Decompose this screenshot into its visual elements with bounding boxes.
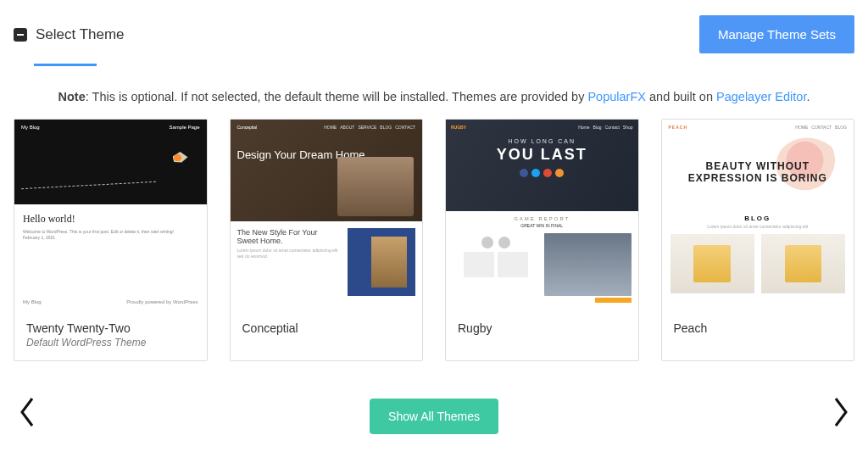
active-tab-underline <box>34 64 97 66</box>
preview-lorem: Lorem ipsum dolor sit amet consectetur a… <box>237 248 342 259</box>
theme-card-rugby[interactable]: RUGBY HomeBlogContactShop HOW LONG CAN Y… <box>445 119 639 361</box>
theme-title: Conceptial <box>242 321 411 335</box>
theme-thumbnail: PEACH HOMECONTACTBLOG BEAUTY WITHOUT EXP… <box>662 120 854 313</box>
preview-subheading: The New Style For Your Sweet Home. <box>237 228 342 245</box>
preview-match-photo <box>544 233 631 296</box>
preview-interior-photo <box>348 228 415 296</box>
show-all-themes-button[interactable]: Show All Themes <box>370 399 498 434</box>
preview-brand: My Blog <box>21 125 40 130</box>
preview-footer-right: Proudly powered by WordPress <box>126 299 198 304</box>
theme-card-peach[interactable]: PEACH HOMECONTACTBLOG BEAUTY WITHOUT EXP… <box>661 119 855 361</box>
note-text: Note: This is optional. If not selected,… <box>14 90 854 103</box>
preview-brand: Conceptial <box>237 125 258 130</box>
preview-headline: YOU LAST <box>451 146 633 164</box>
preview-nav: HOMECONTACTBLOG <box>792 125 847 130</box>
section-title: Select Theme <box>36 26 125 43</box>
theme-thumbnail: RUGBY HomeBlogContactShop HOW LONG CAN Y… <box>446 120 638 313</box>
preview-accent-bar <box>595 298 631 303</box>
note-part2: and built on <box>646 90 716 103</box>
preview-kicker: HOW LONG CAN <box>451 138 633 144</box>
popularfx-link[interactable]: PopularFX <box>587 90 646 103</box>
google-plus-icon <box>543 169 552 177</box>
preview-headline-2: EXPRESSION IS BORING <box>688 172 827 184</box>
theme-caption: Rugby <box>446 313 638 349</box>
header: Select Theme Manage Theme Sets <box>0 0 868 53</box>
theme-thumbnail: My Blog Sample Page Hello world! Welcome… <box>14 120 207 313</box>
preview-nav: HomeBlogContactShop <box>575 125 632 130</box>
preview-stats <box>453 233 539 296</box>
bird-icon <box>173 152 188 164</box>
preview-headline-1: BEAUTY WITHOUT <box>706 160 810 172</box>
theme-caption: Peach <box>662 313 854 349</box>
theme-title: Twenty Twenty-Two <box>26 321 195 335</box>
header-left: Select Theme <box>14 26 125 43</box>
theme-caption: Conceptial <box>231 313 423 349</box>
manage-theme-sets-button[interactable]: Manage Theme Sets <box>699 15 854 53</box>
instagram-icon <box>555 169 564 177</box>
preview-section: BLOG <box>662 215 854 222</box>
theme-thumbnail: Conceptial HOMEABOUTSERVICEBLOGCONTACT D… <box>231 120 423 313</box>
pagelayer-link[interactable]: Pagelayer Editor <box>716 90 806 103</box>
twitter-icon <box>531 169 540 177</box>
preview-product-1 <box>670 234 754 293</box>
theme-cards: My Blog Sample Page Hello world! Welcome… <box>0 119 868 361</box>
preview-date: February 1, 2021 <box>23 235 198 241</box>
preview-photo <box>337 157 414 216</box>
preview-subline: GREAT WIN IN FINAL <box>453 223 632 228</box>
note-part3: . <box>806 90 810 103</box>
theme-title: Peach <box>674 321 843 335</box>
note-part1: : This is optional. If not selected, the… <box>86 90 588 103</box>
preview-nav: HOMEABOUTSERVICEBLOGCONTACT <box>320 125 415 130</box>
preview-brand: PEACH <box>669 125 688 130</box>
bottom-controls: Show All Themes <box>0 399 868 434</box>
preview-brand: RUGBY <box>451 125 466 130</box>
preview-social-icons <box>451 169 633 177</box>
theme-card-conceptial[interactable]: Conceptial HOMEABOUTSERVICEBLOGCONTACT D… <box>230 119 424 361</box>
preview-footer-left: My Blog <box>23 299 42 304</box>
note-bold: Note <box>58 90 86 103</box>
facebook-icon <box>520 169 528 177</box>
theme-card-twenty-twenty-two[interactable]: My Blog Sample Page Hello world! Welcome… <box>14 119 208 361</box>
preview-nav-item: Sample Page <box>169 125 199 130</box>
decorative-dash <box>21 181 155 189</box>
preview-heading: Hello world! <box>23 213 198 226</box>
preview-products <box>662 229 854 298</box>
theme-subtitle: Default WordPress Theme <box>26 337 195 349</box>
collapse-icon[interactable] <box>14 28 27 42</box>
preview-section: GAME REPORT <box>453 216 632 221</box>
theme-caption: Twenty Twenty-Two Default WordPress Them… <box>14 313 207 360</box>
preview-product-2 <box>761 234 845 293</box>
theme-title: Rugby <box>458 321 626 335</box>
